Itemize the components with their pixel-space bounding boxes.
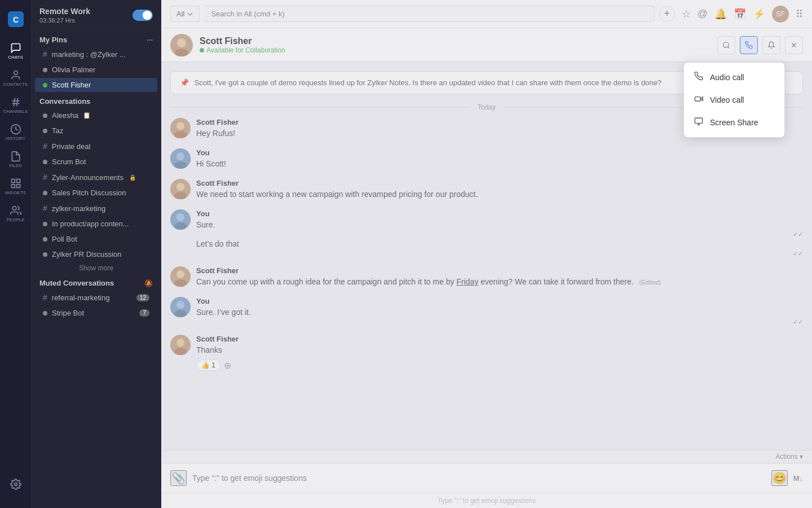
notification-icon[interactable]: 🔔 (714, 8, 727, 20)
conv-aleesha-label: Aleesha (52, 111, 78, 120)
chats-label: CHATS (8, 55, 23, 60)
sidebar-item-chats[interactable]: CHATS (3, 38, 28, 63)
conv-sales-pitch[interactable]: Sales Pitch Discussion (35, 186, 157, 200)
actions-label[interactable]: Actions ▾ (775, 453, 803, 461)
message-text: Thanks (196, 344, 803, 356)
sidebar-item-channels[interactable]: CHANNELS (3, 93, 28, 117)
calendar-icon[interactable]: 📅 (734, 8, 746, 20)
sidebar-item-history[interactable]: HISTORY (3, 120, 28, 144)
user-avatar[interactable]: SF (772, 6, 789, 23)
sidebar-item-contacts[interactable]: CONTACTS (3, 65, 28, 90)
format-button[interactable]: M↓ (793, 474, 803, 483)
grid-icon[interactable]: ⠿ (796, 8, 803, 20)
muted-stripe[interactable]: Stripe Bot 7 (35, 306, 157, 320)
svg-point-40 (176, 339, 184, 347)
search-input[interactable] (204, 6, 654, 22)
main-content: All + ☆ @ 🔔 📅 ⚡ SF ⠿ Scott Fisher Availa… (161, 0, 812, 508)
message-text: Sure. (196, 219, 803, 231)
status-dot-sales (43, 191, 47, 195)
message-content: You Sure. ✓✓ Let's do that ✓✓ (196, 209, 803, 257)
svg-rect-44 (695, 118, 702, 123)
friday-highlight: Friday (457, 277, 479, 286)
app-logo: C (3, 7, 28, 32)
pin-marketing[interactable]: # marketing : @Zylker ... (35, 47, 157, 62)
message-avatar-scott3 (170, 266, 191, 287)
screen-share-option[interactable]: Screen Share (684, 111, 784, 134)
status-dot-olivia (43, 68, 47, 72)
message-input[interactable] (192, 474, 766, 483)
message-row: Scott Fisher Thanks 👍 1 ⊕ (170, 335, 803, 371)
svg-point-34 (176, 270, 184, 278)
chat-user-name: Scott Fisher (200, 36, 710, 46)
svg-rect-11 (11, 184, 15, 187)
star-icon[interactable]: ☆ (682, 8, 691, 20)
channels-label: CHANNELS (3, 109, 28, 114)
chat-header: Scott Fisher Available for Collaboration (161, 28, 812, 62)
hash-icon-private: # (43, 142, 47, 151)
message-text: We need to start working a new campaign … (196, 189, 803, 200)
conv-zyler-announcements[interactable]: # Zyler-Announcements 🔒 (35, 170, 157, 185)
audio-call-option[interactable]: Audio call (684, 66, 784, 89)
sidebar-item-settings[interactable] (3, 472, 28, 497)
svg-rect-9 (16, 179, 20, 182)
muted-referral-label: referral-marketing (52, 294, 110, 302)
close-button[interactable] (785, 36, 803, 54)
call-button[interactable] (740, 36, 758, 54)
pin-olivia-label: Olivia Palmer (52, 65, 95, 74)
search-filter-dropdown[interactable]: All (170, 6, 200, 22)
panel-header: Remote Work 03:36:27 Hrs (32, 0, 161, 31)
svg-line-6 (16, 98, 17, 106)
message-tick: ✓✓ (196, 318, 803, 326)
message-sender: You (196, 297, 803, 305)
message-avatar-you2 (170, 209, 191, 230)
conv-zylker-marketing[interactable]: # zylker-marketing (35, 201, 157, 216)
conv-scrum-bot[interactable]: Scrum Bot (35, 155, 157, 169)
chat-search-button[interactable] (717, 36, 735, 54)
status-dot-product (43, 222, 47, 226)
conv-pr-label: Zylker PR Discussion (52, 250, 122, 259)
my-pins-section: My Pins ··· (32, 31, 161, 46)
conv-poll-bot[interactable]: Poll Bot (35, 232, 157, 246)
sidebar-item-widgets[interactable]: WIDGETS (3, 174, 28, 199)
conv-private-deal[interactable]: # Private deal (35, 139, 157, 154)
sidebar-item-people[interactable]: PEOPLE (3, 201, 28, 226)
lightning-icon[interactable]: ⚡ (753, 8, 765, 20)
message-row: You Sure. ✓✓ Let's do that ✓✓ (170, 209, 803, 257)
bell-button[interactable] (762, 36, 780, 54)
conv-in-product[interactable]: In product/app conten... (35, 217, 157, 231)
conv-scrum-label: Scrum Bot (52, 157, 86, 166)
muted-referral[interactable]: # referral-marketing 12 (35, 290, 157, 305)
my-pins-more-icon[interactable]: ··· (147, 36, 153, 44)
online-status-dot (200, 48, 204, 52)
reactions-bar: 👍 1 ⊕ (196, 360, 803, 371)
thumbs-up-reaction[interactable]: 👍 1 (196, 360, 220, 371)
video-call-option[interactable]: Video call (684, 89, 784, 111)
stripe-badge: 7 (139, 309, 149, 317)
attach-button[interactable]: 📎 (170, 470, 187, 486)
emoji-button[interactable]: 😊 (771, 470, 788, 486)
message-tick-2: ✓✓ (196, 250, 803, 257)
quoted-text: Scott, I've got a couple of demo request… (195, 78, 661, 87)
conv-aleesha[interactable]: Aleesha 📋 (35, 108, 157, 122)
pin-olivia[interactable]: Olivia Palmer (35, 63, 157, 77)
message-sender: You (196, 148, 803, 157)
video-icon (693, 94, 704, 106)
remote-work-toggle[interactable] (133, 10, 153, 21)
chat-user-status: Available for Collaboration (200, 46, 710, 54)
add-reaction-button[interactable]: ⊕ (224, 360, 231, 371)
message-tick: ✓✓ (196, 231, 803, 238)
svg-point-12 (12, 206, 16, 210)
input-area: 📎 😊 M↓ (161, 463, 812, 493)
status-dot-stripe (43, 311, 47, 316)
audio-call-label: Audio call (710, 73, 744, 82)
mention-icon[interactable]: @ (698, 8, 708, 20)
conv-private-label: Private deal (52, 142, 91, 151)
status-dot-aleesha (43, 113, 47, 118)
show-more-button[interactable]: Show more (32, 262, 161, 274)
new-chat-button[interactable]: + (659, 6, 675, 22)
conv-zylker-pr[interactable]: Zylker PR Discussion (35, 247, 157, 261)
sidebar-item-files[interactable]: FILES (3, 147, 28, 172)
pin-scott[interactable]: Scott Fisher (35, 78, 157, 92)
conv-taz[interactable]: Taz (35, 124, 157, 138)
message-text: Can you come up with a rough idea for th… (196, 276, 803, 288)
